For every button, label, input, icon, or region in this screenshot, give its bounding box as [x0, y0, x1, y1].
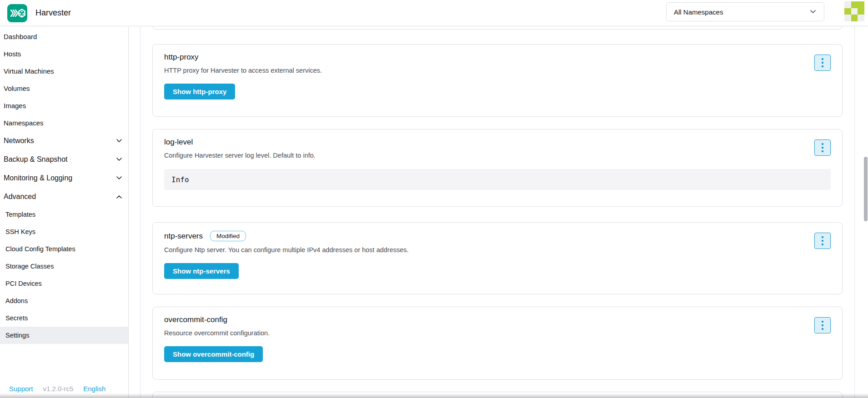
show-overcommit-config-button[interactable]: Show overcommit-config — [164, 346, 263, 362]
vertical-scrollbar-thumb[interactable] — [864, 157, 868, 221]
namespace-filter-value: All Namespaces — [674, 8, 810, 16]
settings-card-http-proxy: http-proxy HTTP proxy for Harvester to a… — [152, 44, 843, 117]
show-ntp-servers-button[interactable]: Show ntp-servers — [164, 263, 239, 279]
sidebar-item-images[interactable]: Images — [0, 97, 128, 114]
sidebar-item-storage-classes[interactable]: Storage Classes — [0, 258, 128, 275]
setting-name: overcommit-config — [164, 315, 227, 324]
app-title: Harvester — [35, 8, 71, 18]
chevron-down-icon — [116, 139, 122, 143]
sidebar-item-addons[interactable]: Addons — [0, 292, 128, 309]
sidebar-group-backup-snapshot[interactable]: Backup & Snapshot — [0, 150, 128, 169]
card-actions-menu-button[interactable] — [814, 55, 831, 71]
chevron-down-icon — [810, 10, 816, 14]
sidebar-item-namespaces[interactable]: Namespaces — [0, 114, 128, 131]
chevron-up-icon — [116, 195, 122, 199]
sidebar-item-settings[interactable]: Settings — [0, 327, 128, 344]
main-right-divider — [854, 26, 855, 398]
setting-description: Resource overcommit configuration. — [164, 329, 831, 337]
sidebar-item-volumes[interactable]: Volumes — [0, 80, 128, 97]
sidebar: Dashboard Hosts Virtual Machines Volumes… — [0, 26, 129, 398]
settings-card-partial-bottom — [152, 392, 843, 398]
harvester-app: http-proxy HTTP proxy for Harvester to a… — [0, 0, 868, 398]
setting-name: ntp-servers — [164, 232, 203, 241]
sidebar-item-dashboard[interactable]: Dashboard — [0, 28, 128, 45]
main-left-divider — [140, 26, 140, 398]
support-link[interactable]: Support — [9, 385, 33, 393]
top-header: Harvester All Namespaces — [0, 0, 868, 26]
sidebar-item-pci-devices[interactable]: PCI Devices — [0, 275, 128, 292]
card-actions-menu-button[interactable] — [814, 139, 831, 156]
settings-card-overcommit-config: overcommit-config Resource overcommit co… — [152, 307, 843, 380]
chevron-down-icon — [116, 176, 122, 180]
setting-name: log-level — [164, 138, 193, 147]
sidebar-group-advanced[interactable]: Advanced — [0, 187, 128, 206]
chevron-down-icon — [116, 158, 122, 161]
kebab-icon — [822, 321, 823, 323]
sidebar-item-hosts[interactable]: Hosts — [0, 45, 128, 62]
sidebar-item-virtual-machines[interactable]: Virtual Machines — [0, 62, 128, 80]
version-label: v1.2.0-rc5 — [43, 385, 74, 393]
settings-card-ntp-servers: ntp-servers Modified Configure Ntp serve… — [152, 222, 843, 294]
setting-value: Info — [164, 169, 831, 190]
kebab-icon — [822, 236, 823, 238]
user-avatar[interactable] — [844, 1, 864, 21]
show-http-proxy-button[interactable]: Show http-proxy — [164, 84, 235, 100]
setting-name: http-proxy — [164, 53, 199, 62]
namespace-filter-dropdown[interactable]: All Namespaces — [666, 2, 824, 21]
card-actions-menu-button[interactable] — [814, 317, 831, 333]
sidebar-nav: Dashboard Hosts Virtual Machines Volumes… — [0, 26, 128, 344]
setting-description: Configure Harvester server log level. De… — [164, 152, 831, 159]
setting-description: HTTP proxy for Harvester to access exter… — [164, 67, 831, 74]
sidebar-footer: Support v1.2.0-rc5 English — [0, 385, 129, 393]
modified-badge: Modified — [210, 231, 246, 241]
kebab-icon — [822, 58, 823, 60]
settings-card-log-level: log-level Configure Harvester server log… — [152, 129, 843, 207]
setting-description: Configure Ntp server. You can configure … — [164, 246, 831, 254]
language-link[interactable]: English — [83, 385, 105, 393]
sidebar-group-monitoring-logging[interactable]: Monitoring & Logging — [0, 169, 128, 187]
sidebar-item-secrets[interactable]: Secrets — [0, 309, 128, 327]
sidebar-item-ssh-keys[interactable]: SSH Keys — [0, 223, 128, 240]
sidebar-item-cloud-config-templates[interactable]: Cloud Config Templates — [0, 240, 128, 258]
sidebar-group-networks[interactable]: Networks — [0, 131, 128, 150]
harvester-logo-icon — [7, 4, 27, 22]
card-actions-menu-button[interactable] — [814, 233, 831, 249]
sidebar-item-templates[interactable]: Templates — [0, 206, 128, 223]
kebab-icon — [822, 143, 823, 145]
